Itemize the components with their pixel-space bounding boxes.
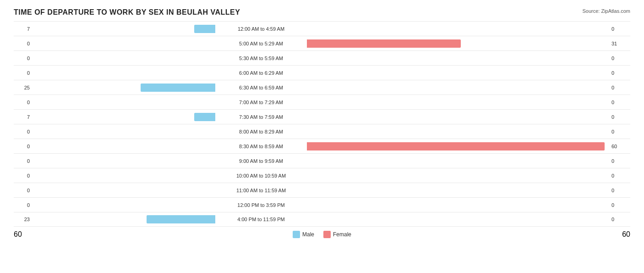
male-swatch	[293, 231, 300, 238]
left-bar-area	[32, 113, 215, 121]
table-row: 0 9:00 AM to 9:59 AM 0	[14, 153, 630, 168]
table-row: 7 7:30 AM to 7:59 AM 0	[14, 109, 630, 124]
right-bar-area	[307, 142, 609, 150]
male-bar	[194, 25, 215, 33]
right-bar-area	[307, 39, 609, 48]
female-value-label: 0	[609, 217, 628, 222]
right-bar-area	[307, 98, 609, 106]
time-label: 5:30 AM to 5:59 AM	[215, 56, 307, 61]
right-bar-area	[307, 201, 609, 209]
time-label: 6:00 AM to 6:29 AM	[215, 70, 307, 76]
male-value-label: 0	[14, 129, 32, 134]
time-label: 8:30 AM to 8:59 AM	[215, 144, 307, 149]
time-label: 12:00 AM to 4:59 AM	[215, 26, 307, 32]
male-value-label: 0	[14, 144, 32, 149]
table-row: 7 12:00 AM to 4:59 AM 0	[14, 21, 630, 36]
chart-area: 7 12:00 AM to 4:59 AM 0 0 5:00 AM to 5:2…	[14, 21, 630, 227]
chart-container: TIME OF DEPARTURE TO WORK BY SEX IN BEUL…	[0, 0, 644, 273]
legend-male-label: Male	[302, 231, 314, 238]
table-row: 0 5:00 AM to 5:29 AM 31	[14, 36, 630, 50]
left-bar-area	[32, 142, 215, 150]
male-bar	[141, 84, 215, 92]
female-bar	[307, 39, 461, 48]
female-value-label: 31	[609, 41, 628, 46]
table-row: 25 6:30 AM to 6:59 AM 0	[14, 80, 630, 95]
axis-label-left: 60	[14, 230, 41, 239]
table-row: 0 11:00 AM to 11:59 AM 0	[14, 183, 630, 197]
legend-female-label: Female	[333, 231, 351, 238]
female-value-label: 0	[609, 188, 628, 193]
chart-title: TIME OF DEPARTURE TO WORK BY SEX IN BEUL…	[14, 8, 240, 17]
time-label: 7:30 AM to 7:59 AM	[215, 114, 307, 120]
legend-female: Female	[323, 231, 351, 238]
table-row: 0 6:00 AM to 6:29 AM 0	[14, 65, 630, 80]
legend-items: Male Female	[41, 231, 603, 238]
female-value-label: 0	[609, 158, 628, 164]
right-bar-area	[307, 157, 609, 165]
left-bar-area	[32, 172, 215, 180]
female-swatch	[323, 231, 331, 238]
table-row: 23 4:00 PM to 11:59 PM 0	[14, 212, 630, 227]
time-label: 4:00 PM to 11:59 PM	[215, 217, 307, 222]
left-bar-area	[32, 128, 215, 136]
male-value-label: 0	[14, 41, 32, 46]
time-label: 11:00 AM to 11:59 AM	[215, 188, 307, 193]
male-value-label: 0	[14, 158, 32, 164]
female-value-label: 0	[609, 129, 628, 134]
right-bar-area	[307, 113, 609, 121]
left-bar-area	[32, 186, 215, 195]
female-value-label: 60	[609, 144, 628, 149]
time-label: 6:30 AM to 6:59 AM	[215, 85, 307, 90]
axis-label-right: 60	[603, 230, 630, 239]
female-value-label: 0	[609, 26, 628, 32]
male-bar	[147, 215, 215, 223]
legend-row: 60 Male Female 60	[14, 230, 630, 239]
time-label: 12:00 PM to 3:59 PM	[215, 202, 307, 208]
male-value-label: 0	[14, 202, 32, 208]
male-value-label: 23	[14, 217, 32, 222]
right-bar-area	[307, 25, 609, 33]
right-bar-area	[307, 172, 609, 180]
left-bar-area	[32, 98, 215, 106]
female-value-label: 0	[609, 70, 628, 76]
table-row: 0 8:00 AM to 8:29 AM 0	[14, 124, 630, 139]
left-bar-area	[32, 215, 215, 223]
table-row: 0 7:00 AM to 7:29 AM 0	[14, 95, 630, 109]
female-value-label: 0	[609, 56, 628, 61]
table-row: 0 5:30 AM to 5:59 AM 0	[14, 50, 630, 65]
male-value-label: 0	[14, 70, 32, 76]
right-bar-area	[307, 128, 609, 136]
right-bar-area	[307, 215, 609, 223]
female-value-label: 0	[609, 173, 628, 178]
time-label: 8:00 AM to 8:29 AM	[215, 129, 307, 134]
male-value-label: 25	[14, 85, 32, 90]
male-value-label: 0	[14, 173, 32, 178]
time-label: 10:00 AM to 10:59 AM	[215, 173, 307, 178]
right-bar-area	[307, 69, 609, 77]
left-bar-area	[32, 69, 215, 77]
right-bar-area	[307, 54, 609, 62]
table-row: 0 10:00 AM to 10:59 AM 0	[14, 168, 630, 183]
right-bar-area	[307, 84, 609, 92]
time-label: 7:00 AM to 7:29 AM	[215, 100, 307, 105]
table-row: 0 8:30 AM to 8:59 AM 60	[14, 139, 630, 153]
male-value-label: 0	[14, 188, 32, 193]
female-value-label: 0	[609, 100, 628, 105]
male-value-label: 0	[14, 100, 32, 105]
male-value-label: 7	[14, 114, 32, 120]
time-label: 5:00 AM to 5:29 AM	[215, 41, 307, 46]
female-value-label: 0	[609, 114, 628, 120]
right-bar-area	[307, 186, 609, 195]
female-bar	[307, 142, 605, 150]
female-value-label: 0	[609, 202, 628, 208]
left-bar-area	[32, 84, 215, 92]
legend-male: Male	[293, 231, 314, 238]
left-bar-area	[32, 54, 215, 62]
left-bar-area	[32, 39, 215, 48]
chart-source: Source: ZipAtlas.com	[582, 8, 630, 14]
female-value-label: 0	[609, 85, 628, 90]
table-row: 0 12:00 PM to 3:59 PM 0	[14, 197, 630, 212]
male-value-label: 7	[14, 26, 32, 32]
left-bar-area	[32, 25, 215, 33]
chart-title-row: TIME OF DEPARTURE TO WORK BY SEX IN BEUL…	[14, 8, 630, 17]
